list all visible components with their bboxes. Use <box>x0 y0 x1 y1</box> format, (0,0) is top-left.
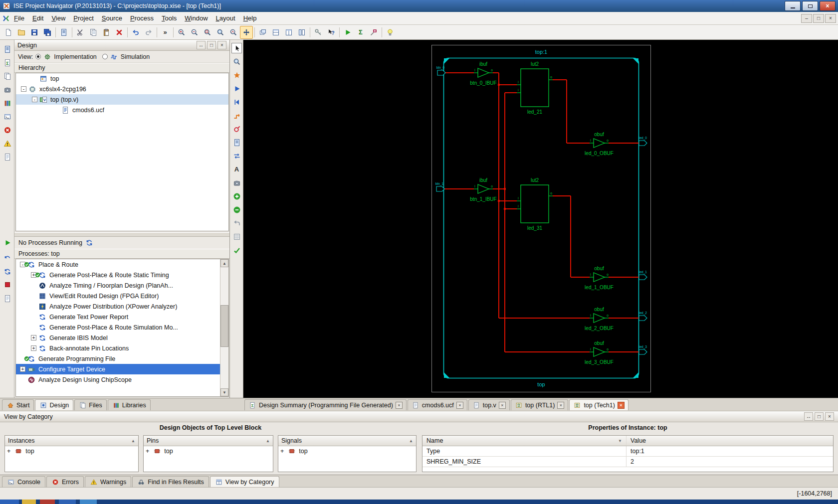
panel-float-button[interactable]: □ <box>207 41 216 49</box>
port-led-3[interactable]: led_3 <box>639 345 647 354</box>
process-item-analyze-timing-floorplan-design-planah[interactable]: Analyze Timing / Floorplan Design (PlanA… <box>16 280 228 291</box>
zoom-area-tool-button[interactable] <box>231 56 242 67</box>
trace-signal-tool-button[interactable] <box>231 70 242 80</box>
open-button[interactable] <box>15 26 28 39</box>
route-tool-button[interactable] <box>231 110 242 121</box>
windows-taskbar[interactable] <box>0 500 838 504</box>
rerun-process-button[interactable] <box>2 253 12 264</box>
port-led-2[interactable]: led_2 <box>639 311 647 321</box>
view-report-button[interactable] <box>2 293 12 304</box>
design-view-button[interactable] <box>2 44 12 54</box>
component-led-31[interactable]: lut2led_31iio <box>517 177 553 231</box>
step-back-tool-button[interactable] <box>231 97 242 107</box>
process-item-analyze-design-using-chipscope[interactable]: Analyze Design Using ChipScope <box>16 374 228 385</box>
expander-icon[interactable]: + <box>31 345 36 351</box>
property-row-shreg-min-size[interactable]: SHREG_MIN_SIZE2 <box>422 457 833 467</box>
tips-button[interactable] <box>384 26 397 39</box>
signals-list-item-top[interactable]: +top <box>278 446 416 456</box>
delete-button[interactable] <box>113 26 126 39</box>
process-item-configure-target-device[interactable]: +Configure Target Device <box>16 364 228 374</box>
run-check-tool-button[interactable] <box>231 83 242 94</box>
cascade-windows-button[interactable] <box>256 26 269 39</box>
port-led-0[interactable]: led_0 <box>639 136 647 146</box>
dropdown-icon[interactable]: ▼ <box>618 439 622 443</box>
copy-button[interactable] <box>87 26 100 39</box>
expander-icon[interactable]: + <box>7 448 10 455</box>
category-float-button[interactable]: □ <box>815 412 824 421</box>
tab-console[interactable]: Console <box>2 476 45 487</box>
tab-errors[interactable]: Errors <box>46 476 84 487</box>
zoom-out-button[interactable] <box>188 26 201 39</box>
component-led-1-obuf[interactable]: obufled_1_OBUFio <box>585 266 614 290</box>
close-tab-icon[interactable]: × <box>396 402 403 409</box>
tab-design[interactable]: Design <box>35 399 73 410</box>
new-button[interactable] <box>2 26 15 39</box>
snapshot-tool-button[interactable] <box>231 177 242 188</box>
arrange-windows-button[interactable] <box>295 26 308 39</box>
zoom-out-tool-button[interactable] <box>231 204 242 215</box>
mdi-minimize-button[interactable]: – <box>801 14 812 23</box>
zoom-full-button[interactable] <box>201 26 214 39</box>
column-header-value[interactable]: Value <box>627 437 833 444</box>
component-led-3-obuf[interactable]: obufled_3_OBUFio <box>585 340 614 365</box>
mdi-close-button[interactable]: × <box>825 14 836 23</box>
port-led-1[interactable]: led_1 <box>639 270 647 280</box>
redo-button[interactable] <box>142 26 155 39</box>
panel-close-button[interactable]: × <box>217 41 226 49</box>
tab-view-by-category[interactable]: View by Category <box>210 476 279 487</box>
more-button[interactable]: » <box>159 26 172 39</box>
close-tab-icon[interactable]: × <box>456 402 463 409</box>
tab-start[interactable]: Start <box>2 399 34 410</box>
export-button[interactable] <box>57 26 70 39</box>
snapshot-view-button[interactable] <box>2 84 12 95</box>
view-source-tool-button[interactable] <box>231 137 242 148</box>
expander-icon[interactable]: + <box>280 448 284 455</box>
panel-splitter[interactable] <box>14 232 229 237</box>
process-item-generate-post-place-route-static-timing[interactable]: +Generate Post-Place & Route Static Timi… <box>16 270 228 280</box>
console-view-button[interactable] <box>2 111 12 122</box>
scroll-up-button[interactable]: ▲ <box>220 259 228 267</box>
zoom-selection-button[interactable] <box>227 26 240 39</box>
tab-warnings[interactable]: Warnings <box>85 476 131 487</box>
menu-file[interactable]: File <box>10 13 28 23</box>
menu-project[interactable]: Project <box>69 13 97 23</box>
simulation-radio[interactable] <box>102 54 108 59</box>
process-item-analyze-power-distribution-xpower-analyzer[interactable]: Analyze Power Distribution (XPower Analy… <box>16 301 228 312</box>
implementation-radio[interactable] <box>35 54 41 59</box>
context-help-button[interactable]: ? <box>325 26 338 39</box>
category-undock-button[interactable]: ↔ <box>804 412 813 421</box>
process-item-generate-post-place-route-simulation-mo[interactable]: Generate Post-Place & Route Simulation M… <box>16 322 228 333</box>
menu-layout[interactable]: Layout <box>212 13 239 23</box>
expander-icon[interactable]: + <box>31 335 36 340</box>
check-tool-button[interactable] <box>231 245 242 255</box>
doc-tab-top-rtl1[interactable]: top (RTL1)× <box>511 399 569 410</box>
run-button[interactable] <box>341 26 354 39</box>
menu-view[interactable]: View <box>47 13 69 23</box>
hierarchy-item-xc6slx4-2cpg196[interactable]: -xc6slx4-2cpg196 <box>16 84 228 94</box>
close-button[interactable]: × <box>820 1 836 11</box>
process-item-generate-ibis-model[interactable]: +Generate IBIS Model <box>16 333 228 343</box>
hierarchy-item-top-top-v[interactable]: -Vtop (top.v) <box>16 94 228 105</box>
hierarchy-item-cmods6-ucf[interactable]: cmods6.ucf <box>16 105 228 115</box>
component-led-2-obuf[interactable]: obufled_2_OBUFio <box>585 307 614 331</box>
component-btn-0-ibuf[interactable]: ibufbtn_0_IBUFio <box>470 61 496 86</box>
expander-icon[interactable]: - <box>32 97 37 102</box>
schematic-canvas[interactable]: top:1topibufbtn_0_IBUFiolut2led_21iioobu… <box>243 40 838 398</box>
expander-icon[interactable]: + <box>20 366 25 372</box>
menu-window[interactable]: Window <box>181 13 211 23</box>
panel-dock-button[interactable]: ↔ <box>197 41 206 49</box>
stop-process-button[interactable] <box>2 279 12 290</box>
run-process-button[interactable] <box>2 237 12 248</box>
tab-find-in-files-results[interactable]: Find in Files Results <box>132 476 209 487</box>
tile-vertical-button[interactable] <box>282 26 295 39</box>
probe-tool-button[interactable] <box>231 124 242 134</box>
doc-tab-top-tech1[interactable]: top (Tech1)× <box>569 399 628 410</box>
pan-button[interactable] <box>240 26 253 39</box>
hierarchy-item-top[interactable]: top <box>16 73 228 84</box>
doc-tab-cmods6-ucf[interactable]: cmods6.ucf× <box>408 399 467 410</box>
files-view-button[interactable] <box>2 71 12 81</box>
cut-button[interactable] <box>74 26 87 39</box>
close-tab-icon[interactable]: × <box>557 402 564 409</box>
maximize-button[interactable] <box>802 1 818 11</box>
signals-list-header[interactable]: Signals▲ <box>278 436 416 446</box>
